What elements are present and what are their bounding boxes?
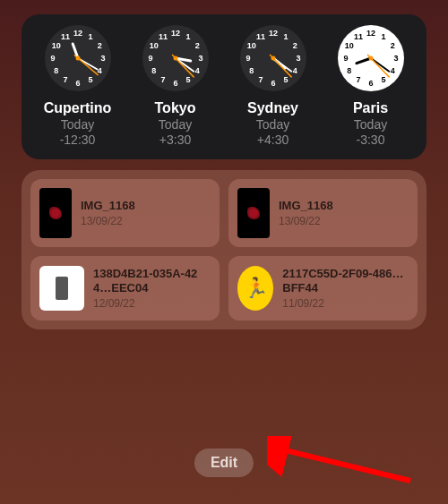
city-name: Sydney — [247, 100, 298, 116]
svg-text:4: 4 — [194, 66, 199, 75]
svg-text:7: 7 — [258, 75, 263, 84]
svg-text:6: 6 — [271, 79, 275, 88]
city-offset: +4:30 — [257, 132, 289, 147]
edit-button[interactable]: Edit — [194, 448, 254, 477]
svg-text:3: 3 — [100, 54, 105, 63]
city-day: Today — [61, 117, 94, 132]
file-date: 12/09/22 — [93, 297, 211, 310]
file-card[interactable]: IMG_1168 13/09/22 — [228, 179, 418, 247]
svg-point-31 — [173, 56, 177, 61]
file-name: 138D4B21-035A-424…EEC04 — [93, 267, 211, 296]
file-date: 13/09/22 — [81, 215, 135, 227]
clock-face-icon: 123456789101112 — [338, 25, 404, 91]
svg-text:8: 8 — [54, 66, 58, 75]
world-clock-widget[interactable]: 123456789101112 Cupertino Today -12:30 1… — [22, 14, 426, 159]
svg-text:7: 7 — [160, 75, 165, 84]
svg-text:3: 3 — [393, 54, 398, 63]
file-name: IMG_1168 — [81, 199, 135, 213]
svg-text:9: 9 — [148, 54, 152, 63]
svg-text:2: 2 — [194, 41, 199, 50]
svg-text:11: 11 — [60, 32, 69, 41]
city-name: Cupertino — [44, 100, 112, 116]
file-card[interactable]: 🏃 2117C55D-2F09-486…BFF44 11/09/22 — [228, 256, 418, 320]
svg-text:2: 2 — [97, 41, 101, 50]
svg-text:10: 10 — [51, 41, 60, 50]
file-date: 11/09/22 — [282, 297, 409, 310]
arrow-annotation-icon — [267, 436, 419, 490]
file-card[interactable]: IMG_1168 13/09/22 — [30, 179, 220, 247]
svg-text:4: 4 — [97, 66, 101, 75]
svg-text:12: 12 — [366, 29, 375, 38]
svg-text:12: 12 — [73, 29, 82, 38]
clock-face-icon: 123456789101112 — [142, 25, 209, 91]
file-thumbnail-icon: 🏃 — [237, 266, 273, 311]
svg-text:6: 6 — [173, 79, 177, 88]
file-name: IMG_1168 — [279, 199, 333, 213]
svg-line-65 — [278, 448, 410, 481]
city-name: Paris — [353, 100, 388, 116]
svg-line-60 — [356, 58, 370, 64]
clock-sydney[interactable]: 123456789101112 Sydney Today +4:30 — [224, 25, 322, 147]
file-name: 2117C55D-2F09-486…BFF44 — [282, 267, 409, 296]
svg-text:12: 12 — [268, 29, 277, 38]
file-card[interactable]: 138D4B21-035A-424…EEC04 12/09/22 — [30, 256, 220, 320]
svg-text:3: 3 — [296, 54, 300, 63]
clock-face-icon: 123456789101112 — [240, 25, 306, 91]
svg-text:7: 7 — [63, 75, 67, 84]
svg-text:8: 8 — [347, 66, 351, 75]
svg-text:11: 11 — [353, 32, 362, 41]
city-day: Today — [159, 117, 192, 132]
clock-tokyo[interactable]: 123456789101112 Tokyo Today +3:30 — [126, 25, 224, 147]
city-offset: -3:30 — [357, 132, 385, 147]
svg-text:9: 9 — [50, 54, 55, 63]
svg-point-47 — [271, 56, 275, 61]
svg-text:11: 11 — [255, 32, 264, 41]
svg-text:11: 11 — [158, 32, 167, 41]
clock-face-icon: 123456789101112 — [45, 25, 111, 91]
svg-text:1: 1 — [283, 32, 288, 41]
city-name: Tokyo — [155, 100, 196, 116]
city-offset: -12:30 — [60, 132, 96, 147]
file-date: 13/09/22 — [279, 215, 333, 227]
svg-text:2: 2 — [292, 41, 297, 50]
svg-text:8: 8 — [249, 66, 254, 75]
file-thumbnail-icon — [39, 188, 72, 238]
svg-text:1: 1 — [185, 32, 190, 41]
files-widget[interactable]: IMG_1168 13/09/22 IMG_1168 13/09/22 138D… — [22, 170, 426, 329]
file-thumbnail-icon — [237, 188, 270, 238]
svg-text:5: 5 — [381, 75, 385, 84]
svg-text:2: 2 — [390, 41, 394, 50]
city-day: Today — [256, 117, 289, 132]
svg-text:9: 9 — [246, 54, 250, 63]
clock-paris[interactable]: 123456789101112 Paris Today -3:30 — [322, 25, 419, 147]
city-offset: +3:30 — [159, 132, 191, 147]
svg-text:4: 4 — [292, 66, 297, 75]
svg-text:1: 1 — [88, 32, 92, 41]
svg-text:8: 8 — [151, 66, 156, 75]
svg-text:9: 9 — [343, 54, 348, 63]
svg-point-15 — [75, 56, 80, 61]
file-thumbnail-icon — [39, 266, 84, 311]
svg-text:6: 6 — [368, 79, 373, 88]
svg-text:1: 1 — [381, 32, 385, 41]
svg-text:10: 10 — [246, 41, 255, 50]
svg-text:5: 5 — [185, 75, 190, 84]
svg-text:10: 10 — [149, 41, 158, 50]
svg-text:5: 5 — [88, 75, 92, 84]
clock-cupertino[interactable]: 123456789101112 Cupertino Today -12:30 — [29, 25, 126, 147]
svg-text:7: 7 — [356, 75, 360, 84]
svg-text:3: 3 — [198, 54, 202, 63]
svg-text:5: 5 — [283, 75, 288, 84]
svg-text:4: 4 — [390, 66, 394, 75]
svg-text:10: 10 — [344, 41, 353, 50]
svg-point-63 — [368, 56, 373, 61]
svg-text:12: 12 — [170, 29, 179, 38]
svg-text:6: 6 — [75, 79, 80, 88]
city-day: Today — [354, 117, 387, 132]
